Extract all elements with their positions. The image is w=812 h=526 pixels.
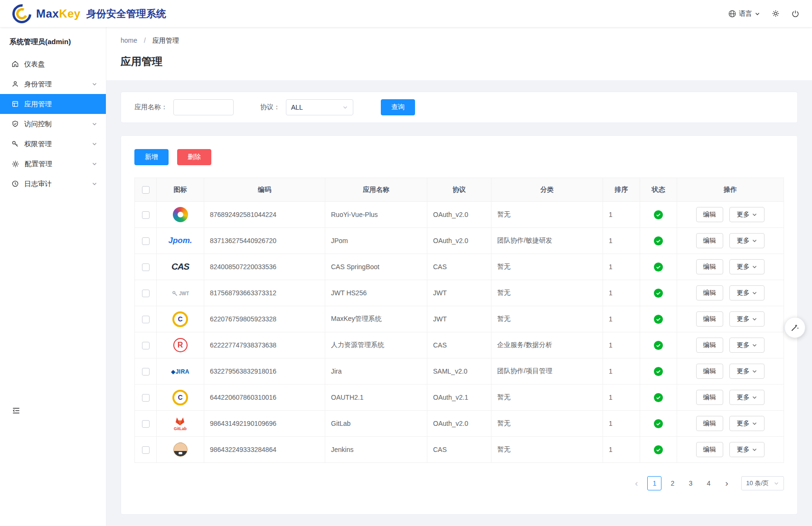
edit-button[interactable]: 编辑: [696, 207, 723, 222]
edit-button[interactable]: 编辑: [696, 364, 723, 379]
page-button-3[interactable]: 3: [683, 476, 698, 490]
protocol-select[interactable]: ALL: [286, 99, 353, 115]
cell-sort: 1: [603, 332, 640, 358]
more-button[interactable]: 更多: [729, 442, 765, 457]
row-checkbox[interactable]: [142, 342, 150, 349]
cell-name: RuoYi-Vue-Plus: [325, 202, 427, 228]
edit-button[interactable]: 编辑: [696, 259, 723, 274]
chevron-down-icon: [755, 11, 760, 17]
sidebar-item-label: 仪表盘: [24, 60, 45, 69]
row-checkbox[interactable]: [142, 237, 150, 245]
sidebar-item-label: 应用管理: [24, 100, 52, 109]
cell-protocol: OAuth_v2.0: [427, 411, 491, 437]
page-button-4[interactable]: 4: [701, 476, 716, 490]
main-body: 应用名称： 协议： ALL 查询 新增 删除: [106, 80, 812, 526]
prev-page-button[interactable]: ‹: [629, 476, 643, 490]
more-button[interactable]: 更多: [729, 233, 765, 248]
cell-sort: 1: [603, 437, 640, 463]
edit-button[interactable]: 编辑: [696, 416, 723, 431]
status-enabled-icon: [654, 289, 663, 298]
more-button[interactable]: 更多: [729, 207, 765, 222]
breadcrumb-home[interactable]: home: [121, 37, 137, 44]
cell-name: 人力资源管理系统: [325, 332, 427, 358]
more-button[interactable]: 更多: [729, 259, 765, 274]
edit-button[interactable]: 编辑: [696, 338, 723, 353]
theme-settings-button[interactable]: [784, 317, 805, 338]
row-checkbox[interactable]: [142, 420, 150, 428]
cell-sort: 1: [603, 280, 640, 306]
chevron-down-icon: [92, 81, 97, 87]
sidebar-item-config[interactable]: 配置管理: [0, 154, 106, 174]
edit-button[interactable]: 编辑: [696, 285, 723, 301]
edit-button[interactable]: 编辑: [696, 233, 723, 248]
edit-button[interactable]: 编辑: [696, 442, 723, 457]
cell-name: GitLab: [325, 411, 427, 437]
cell-protocol: OAuth_v2.0: [427, 202, 491, 228]
more-button[interactable]: 更多: [729, 416, 765, 431]
select-all-checkbox[interactable]: [142, 186, 150, 194]
gitlab-icon: GitLab: [174, 416, 187, 431]
cas-icon: CAS: [171, 262, 189, 272]
sidebar-item-audit[interactable]: 日志审计: [0, 174, 106, 194]
chevron-down-icon: [92, 141, 97, 147]
row-checkbox[interactable]: [142, 290, 150, 297]
maxkey-icon: C: [172, 311, 188, 327]
app-name-input[interactable]: [173, 99, 234, 115]
cell-sort: 1: [603, 385, 640, 411]
pagination: ‹ 1 2 3 4 › 10 条/页: [134, 476, 784, 490]
breadcrumb: home / 应用管理: [121, 37, 798, 45]
sidebar-item-apps[interactable]: 应用管理: [0, 94, 106, 114]
settings-gear-icon[interactable]: [772, 9, 780, 18]
cell-category: 团队协作/项目管理: [491, 358, 603, 385]
edit-button[interactable]: 编辑: [696, 311, 723, 327]
table-row: JWT 817568793663373312 JWT HS256 JWT 暂无 …: [135, 280, 784, 306]
cell-category: 团队协作/敏捷研发: [491, 228, 603, 254]
delete-button[interactable]: 删除: [177, 149, 211, 165]
page-button-2[interactable]: 2: [665, 476, 680, 490]
collapse-sidebar-button[interactable]: [11, 406, 21, 415]
sidebar-item-identity[interactable]: 身份管理: [0, 74, 106, 94]
cell-sort: 1: [603, 411, 640, 437]
row-checkbox[interactable]: [142, 211, 150, 219]
status-enabled-icon: [654, 263, 663, 272]
cell-name: CAS SpringBoot: [325, 254, 427, 280]
edit-button[interactable]: 编辑: [696, 390, 723, 405]
cell-name: OAUTH2.1: [325, 385, 427, 411]
page-size-select[interactable]: 10 条/页: [741, 476, 784, 490]
top-header: MaxKey 身份安全管理系统 语言: [0, 0, 812, 27]
chevron-down-icon: [752, 290, 757, 296]
more-button[interactable]: 更多: [729, 364, 765, 379]
brand: MaxKey 身份安全管理系统: [12, 4, 166, 23]
cell-name: JWT HS256: [325, 280, 427, 306]
page-size-value: 10 条/页: [746, 479, 769, 488]
more-button[interactable]: 更多: [729, 285, 765, 301]
sidebar-item-access[interactable]: 访问控制: [0, 114, 106, 134]
table-row: C 622076759805923328 MaxKey管理系统 JWT 暂无 1…: [135, 306, 784, 332]
row-checkbox[interactable]: [142, 394, 150, 402]
row-checkbox[interactable]: [142, 368, 150, 376]
row-checkbox[interactable]: [142, 446, 150, 454]
cell-code: 622076759805923328: [204, 306, 325, 332]
sidebar: 系统管理员(admin) 仪表盘 身份管理 应用管理 访问控制 权限管理 配置管…: [0, 27, 106, 526]
sidebar-item-dashboard[interactable]: 仪表盘: [0, 54, 106, 74]
page-button-1[interactable]: 1: [647, 476, 661, 490]
more-button[interactable]: 更多: [729, 311, 765, 327]
header-icon: 图标: [157, 178, 204, 202]
apps-icon: [11, 100, 19, 108]
logout-power-icon[interactable]: [791, 9, 800, 18]
add-button[interactable]: 新增: [134, 149, 169, 165]
row-checkbox[interactable]: [142, 263, 150, 271]
chevron-down-icon: [342, 104, 348, 110]
next-page-button[interactable]: ›: [719, 476, 734, 490]
cell-category: 暂无: [491, 437, 603, 463]
search-button[interactable]: 查询: [381, 99, 415, 115]
language-label: 语言: [739, 9, 752, 18]
jira-icon: ◆JIRA: [171, 368, 189, 375]
gear-icon: [11, 160, 19, 168]
more-button[interactable]: 更多: [729, 338, 765, 353]
more-button[interactable]: 更多: [729, 390, 765, 405]
sidebar-item-permission[interactable]: 权限管理: [0, 134, 106, 154]
row-checkbox[interactable]: [142, 316, 150, 323]
header-code: 编码: [204, 178, 325, 202]
language-switcher[interactable]: 语言: [728, 9, 760, 18]
